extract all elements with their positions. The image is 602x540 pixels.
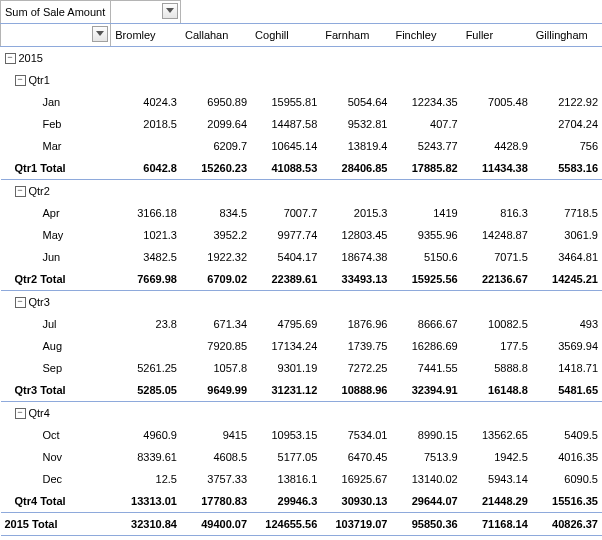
header-spacer <box>181 1 251 24</box>
value-cell: 29644.07 <box>391 490 461 513</box>
value-cell: 1876.96 <box>321 313 391 335</box>
value-cell: 6042.8 <box>111 157 181 180</box>
value-cell: 7534.01 <box>321 424 391 446</box>
value-cell <box>181 291 251 314</box>
value-cell: 41088.53 <box>251 157 321 180</box>
header-spacer <box>251 1 321 24</box>
value-cell: 49400.07 <box>181 513 251 536</box>
value-cell: 13313.01 <box>111 490 181 513</box>
collapse-icon[interactable]: − <box>15 297 26 308</box>
row-label: Nov <box>1 446 111 468</box>
column-header[interactable]: Bromley <box>111 24 181 47</box>
value-cell: 22389.61 <box>251 268 321 291</box>
value-cell: 6950.89 <box>181 91 251 113</box>
value-cell: 7272.25 <box>321 357 391 379</box>
column-header[interactable]: Callahan <box>181 24 251 47</box>
value-cell: 4795.69 <box>251 313 321 335</box>
value-cell <box>321 291 391 314</box>
value-cell <box>181 536 251 541</box>
value-cell: 16925.67 <box>321 468 391 490</box>
value-cell: 4960.9 <box>111 424 181 446</box>
row-label: Qtr1 Total <box>1 157 111 180</box>
value-cell: 28406.85 <box>321 157 391 180</box>
value-cell: 1739.75 <box>321 335 391 357</box>
value-cell: 1419 <box>391 202 461 224</box>
value-cell <box>251 291 321 314</box>
value-cell <box>251 536 321 541</box>
measure-label-cell: Sum of Sale Amount <box>1 1 111 24</box>
value-cell <box>181 47 251 70</box>
row-label[interactable]: −2015 <box>1 47 111 70</box>
value-cell: 1942.5 <box>462 446 532 468</box>
value-cell: 33493.13 <box>321 268 391 291</box>
row-label[interactable]: −Qtr3 <box>1 291 111 314</box>
value-cell: 5177.05 <box>251 446 321 468</box>
value-cell: 11434.38 <box>462 157 532 180</box>
row-label: Jun <box>1 246 111 268</box>
value-cell: 3952.2 <box>181 224 251 246</box>
value-cell: 407.7 <box>391 113 461 135</box>
value-cell <box>181 180 251 203</box>
column-filter-cell[interactable] <box>111 1 181 24</box>
row-label[interactable]: −2016 <box>1 536 111 541</box>
value-cell: 1021.3 <box>111 224 181 246</box>
row-label-text: Aug <box>43 340 63 352</box>
row-label[interactable]: −Qtr1 <box>1 69 111 91</box>
value-cell <box>251 402 321 425</box>
row-label: Feb <box>1 113 111 135</box>
collapse-icon[interactable]: − <box>15 75 26 86</box>
column-header[interactable]: Gillingham <box>532 24 602 47</box>
header-spacer <box>462 1 532 24</box>
row-label[interactable]: −Qtr2 <box>1 180 111 203</box>
row-label: Sep <box>1 357 111 379</box>
header-spacer <box>321 1 391 24</box>
row-label-text: Oct <box>43 429 60 441</box>
row-label-text: Jun <box>43 251 61 263</box>
value-cell: 21448.29 <box>462 490 532 513</box>
value-cell: 31231.12 <box>251 379 321 402</box>
row-label-text: Qtr1 Total <box>15 162 66 174</box>
row-filter-dropdown-icon[interactable] <box>92 26 108 42</box>
column-filter-dropdown-icon[interactable] <box>162 3 178 19</box>
collapse-icon[interactable]: − <box>15 408 26 419</box>
value-cell: 3482.5 <box>111 246 181 268</box>
value-cell <box>251 69 321 91</box>
value-cell: 8666.67 <box>391 313 461 335</box>
column-header[interactable]: Farnham <box>321 24 391 47</box>
value-cell: 7071.5 <box>462 246 532 268</box>
value-cell <box>181 402 251 425</box>
value-cell: 5243.77 <box>391 135 461 157</box>
value-cell: 5150.6 <box>391 246 461 268</box>
column-header[interactable]: Finchley <box>391 24 461 47</box>
value-cell <box>321 69 391 91</box>
row-label-text: May <box>43 229 64 241</box>
value-cell: 10953.15 <box>251 424 321 446</box>
value-cell <box>111 291 181 314</box>
value-cell: 493 <box>532 313 602 335</box>
value-cell: 9649.99 <box>181 379 251 402</box>
row-label-text: Jan <box>43 96 61 108</box>
column-header[interactable]: Coghill <box>251 24 321 47</box>
column-header[interactable]: Fuller <box>462 24 532 47</box>
value-cell: 3061.9 <box>532 224 602 246</box>
row-filter-cell[interactable] <box>1 24 111 47</box>
row-label[interactable]: −Qtr4 <box>1 402 111 425</box>
value-cell: 7513.9 <box>391 446 461 468</box>
value-cell: 4016.35 <box>532 446 602 468</box>
row-label-text: Qtr2 <box>29 185 50 197</box>
value-cell <box>462 402 532 425</box>
value-cell <box>462 180 532 203</box>
value-cell <box>251 180 321 203</box>
value-cell: 15955.81 <box>251 91 321 113</box>
pivot-table: Sum of Sale AmountBromleyCallahanCoghill… <box>0 0 602 540</box>
value-cell: 5404.17 <box>251 246 321 268</box>
value-cell: 13562.65 <box>462 424 532 446</box>
value-cell: 71168.14 <box>462 513 532 536</box>
value-cell: 2099.64 <box>181 113 251 135</box>
row-label-text: Qtr3 <box>29 296 50 308</box>
value-cell: 6470.45 <box>321 446 391 468</box>
value-cell: 103719.07 <box>321 513 391 536</box>
collapse-icon[interactable]: − <box>5 53 16 64</box>
collapse-icon[interactable]: − <box>15 186 26 197</box>
measure-label: Sum of Sale Amount <box>5 6 105 18</box>
